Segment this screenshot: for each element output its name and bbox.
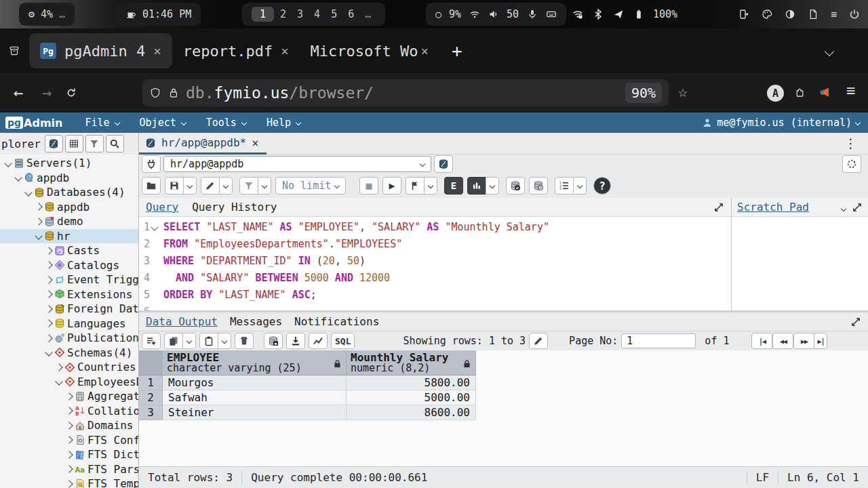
tree-item-servers[interactable]: Servers(1) [0, 156, 138, 171]
table-row[interactable]: 3 Steiner 8600.00 [139, 405, 476, 420]
new-tab-button[interactable]: + [452, 41, 462, 61]
explain-analyze-button[interactable] [467, 177, 486, 195]
filter-rows-button[interactable] [239, 177, 258, 195]
url-bar[interactable]: db.fymio.us/browser/ 90% [142, 79, 669, 106]
edit-button[interactable] [201, 177, 220, 195]
maximize-icon[interactable] [713, 202, 724, 213]
collapse-icon[interactable] [23, 190, 33, 195]
expand-icon[interactable] [64, 452, 74, 458]
close-icon[interactable]: × [153, 43, 161, 58]
workspace-1[interactable]: 1 [252, 7, 274, 22]
tree-item-fts-dictionaries[interactable]: FTS Dictionaries [0, 447, 138, 462]
expand-icon[interactable] [43, 262, 54, 268]
tab-data-output[interactable]: Data Output [146, 315, 218, 328]
close-icon[interactable]: × [281, 43, 288, 58]
collapse-icon[interactable] [3, 161, 13, 166]
menu-icon[interactable]: ≡ [831, 8, 837, 20]
rollback-button[interactable] [529, 177, 548, 195]
puzzle-icon[interactable] [793, 87, 805, 98]
menu-object[interactable]: Object [130, 113, 196, 133]
collapse-icon[interactable] [13, 175, 23, 180]
cpu-indicator[interactable]: ⚙ 4% … [19, 3, 75, 26]
execute-options-chevron[interactable] [424, 177, 437, 195]
tree-item-casts[interactable]: Casts [0, 243, 138, 258]
first-page-button[interactable]: |◀ [751, 333, 772, 349]
workspace-3[interactable]: 3 [292, 7, 308, 21]
menu-file[interactable]: File [75, 113, 129, 133]
download-button[interactable] [286, 333, 305, 349]
query-tool-tab[interactable]: hr/app@appdb* × [139, 133, 267, 155]
save-options-button[interactable] [183, 177, 197, 195]
explain-options-button[interactable] [486, 177, 499, 195]
expand-icon[interactable] [64, 481, 74, 487]
delete-row-button[interactable] [235, 333, 254, 349]
collapse-icon[interactable] [33, 233, 43, 239]
scratch-pad-textarea[interactable] [732, 217, 868, 310]
connect-server-button[interactable] [45, 135, 63, 152]
account-menu[interactable]: me@fymio.us (internal) [701, 117, 868, 129]
menu-help[interactable]: Help [256, 113, 311, 133]
column-header-employee[interactable]: EMPLOYEE character varying (25) [163, 350, 347, 375]
send-icon[interactable] [612, 9, 624, 20]
expand-icon[interactable] [33, 219, 43, 224]
table-row[interactable]: 1 Mourgos 5800.00 [139, 375, 476, 390]
reload-button[interactable] [65, 87, 77, 98]
browser-tab-report[interactable]: report.pdf × [172, 33, 300, 68]
expand-icon[interactable] [64, 408, 74, 413]
paste-button[interactable] [199, 333, 218, 349]
workspace-6[interactable]: 6 [343, 7, 359, 21]
shield-icon[interactable] [149, 87, 161, 98]
back-button[interactable]: ← [8, 83, 28, 102]
scratch-pad-title[interactable]: Scratch Pad [737, 201, 809, 214]
tree-item-event-triggers[interactable]: Event Triggers [0, 272, 138, 287]
tree-item-catalogs[interactable]: Catalogs [0, 258, 138, 273]
sql-editor[interactable]: 1 SELECT "LAST_NAME" AS "EMPLOYEE", "SAL… [139, 217, 731, 310]
explain-button[interactable]: E [444, 177, 463, 195]
tree-item-fts-configurations[interactable]: FTS Configurations [0, 433, 138, 448]
tree-item-domains[interactable]: Domains [0, 418, 138, 433]
workspace-2[interactable]: 2 [275, 7, 291, 21]
fold-icon[interactable] [151, 223, 158, 230]
tree-item-languages[interactable]: Languages [0, 317, 138, 331]
contrast-icon[interactable] [785, 9, 796, 20]
row-number[interactable]: 1 [139, 375, 163, 390]
maximize-icon[interactable] [850, 317, 861, 327]
chevron-down-icon[interactable] [842, 201, 846, 214]
screen-toggle-icon[interactable] [738, 9, 750, 20]
zoom-badge[interactable]: 90% [625, 83, 662, 103]
stop-button[interactable]: ■ [359, 177, 378, 195]
macros-button[interactable]: 123 [555, 177, 574, 195]
tab-notifications[interactable]: Notifications [294, 315, 379, 328]
save-data-button[interactable] [264, 333, 283, 349]
copy-button[interactable] [164, 333, 183, 349]
workspace-4[interactable]: 4 [309, 7, 325, 21]
workspace-more[interactable]: … [360, 7, 376, 21]
cell-employee[interactable]: Mourgos [163, 375, 347, 390]
tree-item-schema-countries[interactable]: Countries [0, 360, 138, 375]
expand-icon[interactable] [64, 437, 74, 443]
lock-icon[interactable] [167, 87, 179, 98]
tree-item-db-demo[interactable]: demo [0, 214, 138, 229]
collapse-icon[interactable] [43, 350, 54, 355]
expand-icon[interactable] [43, 306, 54, 312]
paste-options-button[interactable] [218, 333, 231, 349]
graph-visualiser-button[interactable] [309, 333, 328, 349]
grid-view-button[interactable] [65, 135, 83, 152]
forward-button[interactable]: → [37, 83, 57, 102]
help-button[interactable]: ? [593, 177, 611, 195]
palette-icon[interactable] [762, 9, 773, 20]
chevron-down-icon[interactable] [826, 45, 833, 58]
workspace-switcher[interactable]: 1 2 3 4 5 6 … [242, 3, 385, 26]
execute-button[interactable]: ▶ [382, 177, 401, 195]
cell-salary[interactable]: 5000.00 [347, 390, 476, 405]
expand-icon[interactable] [64, 466, 74, 472]
tree-item-fdw[interactable]: Foreign Data Wrappers [0, 302, 138, 317]
edit-options-button[interactable] [219, 177, 233, 195]
select-all-corner[interactable] [139, 350, 163, 375]
row-limit-select[interactable]: No limit [275, 177, 346, 195]
reset-layout-button[interactable] [842, 155, 861, 173]
menu-tools[interactable]: Tools [196, 113, 256, 133]
search-button[interactable] [106, 135, 124, 152]
tab-query-history[interactable]: Query History [192, 201, 277, 214]
page-number-input[interactable] [621, 333, 696, 348]
